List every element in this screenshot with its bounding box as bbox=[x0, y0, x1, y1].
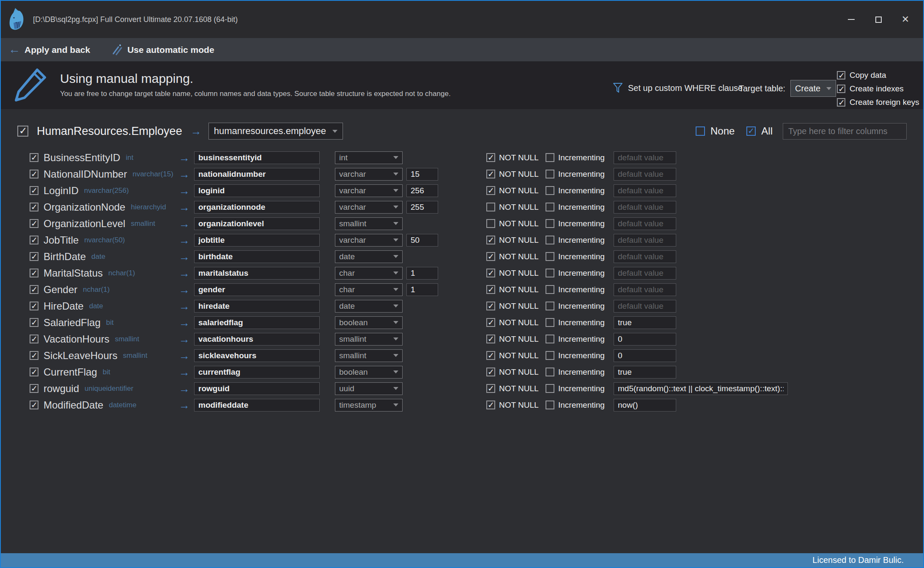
default-value-input[interactable] bbox=[614, 333, 676, 346]
default-value-input[interactable] bbox=[614, 250, 676, 263]
row-checkbox[interactable] bbox=[30, 368, 38, 376]
target-type-select[interactable]: varchar bbox=[335, 184, 403, 197]
close-button[interactable]: ✕ bbox=[892, 1, 919, 38]
incrementing-cell[interactable]: Incrementing bbox=[546, 219, 614, 228]
incrementing-checkbox[interactable] bbox=[546, 252, 554, 261]
minimize-button[interactable] bbox=[838, 1, 865, 38]
incrementing-checkbox[interactable] bbox=[546, 384, 554, 393]
set-up-where-clause-button[interactable]: Set up custom WHERE clause bbox=[613, 82, 743, 93]
copy-data-checkbox[interactable] bbox=[837, 71, 845, 80]
size-input[interactable] bbox=[406, 234, 438, 247]
default-value-input[interactable] bbox=[614, 366, 676, 379]
target-name-input[interactable] bbox=[194, 184, 320, 197]
target-type-select[interactable]: smallint bbox=[335, 349, 403, 362]
incrementing-checkbox[interactable] bbox=[546, 285, 554, 294]
notnull-checkbox[interactable] bbox=[486, 219, 495, 228]
default-value-input[interactable] bbox=[614, 349, 676, 362]
apply-and-back-button[interactable]: ← Apply and back bbox=[8, 44, 90, 55]
target-name-input[interactable] bbox=[194, 366, 320, 379]
row-checkbox[interactable] bbox=[30, 153, 38, 162]
default-value-input[interactable] bbox=[614, 300, 676, 313]
default-value-input[interactable] bbox=[614, 168, 676, 181]
incrementing-cell[interactable]: Incrementing bbox=[546, 269, 614, 278]
not-null-cell[interactable]: NOT NULL bbox=[486, 384, 546, 393]
size-input[interactable] bbox=[406, 184, 438, 197]
create-indexes-checkbox[interactable] bbox=[837, 85, 845, 93]
notnull-checkbox[interactable] bbox=[486, 351, 495, 360]
incrementing-checkbox[interactable] bbox=[546, 368, 554, 376]
target-table-select[interactable]: humanresources.employee bbox=[208, 123, 343, 140]
target-name-input[interactable] bbox=[194, 217, 320, 230]
target-name-input[interactable] bbox=[194, 399, 320, 412]
target-table-mode-select[interactable]: Create bbox=[790, 80, 836, 97]
not-null-cell[interactable]: NOT NULL bbox=[486, 170, 546, 179]
incrementing-checkbox[interactable] bbox=[546, 351, 554, 360]
incrementing-cell[interactable]: Incrementing bbox=[546, 285, 614, 294]
target-type-select[interactable]: varchar bbox=[335, 234, 403, 247]
default-value-input[interactable] bbox=[614, 316, 676, 329]
target-type-select[interactable]: varchar bbox=[335, 168, 403, 181]
notnull-checkbox[interactable] bbox=[486, 269, 495, 277]
incrementing-checkbox[interactable] bbox=[546, 170, 554, 178]
none-checkbox[interactable] bbox=[696, 126, 705, 136]
notnull-checkbox[interactable] bbox=[486, 318, 495, 327]
size-input[interactable] bbox=[406, 267, 438, 280]
incrementing-checkbox[interactable] bbox=[546, 219, 554, 228]
incrementing-cell[interactable]: Incrementing bbox=[546, 236, 614, 245]
incrementing-cell[interactable]: Incrementing bbox=[546, 252, 614, 261]
target-type-select[interactable]: date bbox=[335, 300, 403, 313]
target-type-select[interactable]: boolean bbox=[335, 316, 403, 329]
row-checkbox[interactable] bbox=[30, 335, 38, 343]
target-type-select[interactable]: timestamp bbox=[335, 399, 403, 412]
default-value-input[interactable] bbox=[614, 217, 676, 230]
row-checkbox[interactable] bbox=[30, 351, 38, 360]
notnull-checkbox[interactable] bbox=[486, 384, 495, 393]
not-null-cell[interactable]: NOT NULL bbox=[486, 203, 546, 212]
notnull-checkbox[interactable] bbox=[486, 203, 495, 211]
target-name-input[interactable] bbox=[194, 250, 320, 263]
not-null-cell[interactable]: NOT NULL bbox=[486, 351, 546, 360]
select-none-option[interactable]: None bbox=[696, 125, 735, 137]
table-checkbox[interactable] bbox=[17, 126, 28, 137]
default-value-input[interactable] bbox=[614, 151, 676, 164]
incrementing-cell[interactable]: Incrementing bbox=[546, 368, 614, 377]
default-value-input[interactable] bbox=[614, 267, 676, 280]
notnull-checkbox[interactable] bbox=[486, 170, 495, 178]
use-automatic-mode-button[interactable]: Use automatic mode bbox=[111, 44, 214, 56]
not-null-cell[interactable]: NOT NULL bbox=[486, 269, 546, 278]
incrementing-checkbox[interactable] bbox=[546, 302, 554, 310]
size-input[interactable] bbox=[406, 201, 438, 214]
all-checkbox[interactable] bbox=[746, 126, 756, 136]
row-checkbox[interactable] bbox=[30, 285, 38, 294]
not-null-cell[interactable]: NOT NULL bbox=[486, 186, 546, 195]
target-type-select[interactable]: int bbox=[335, 151, 403, 164]
target-type-select[interactable]: varchar bbox=[335, 201, 403, 214]
incrementing-checkbox[interactable] bbox=[546, 203, 554, 211]
incrementing-cell[interactable]: Incrementing bbox=[546, 318, 614, 327]
row-checkbox[interactable] bbox=[30, 219, 38, 228]
default-value-input[interactable] bbox=[614, 201, 676, 214]
not-null-cell[interactable]: NOT NULL bbox=[486, 285, 546, 294]
default-value-input[interactable] bbox=[614, 234, 676, 247]
incrementing-cell[interactable]: Incrementing bbox=[546, 203, 614, 212]
size-input[interactable] bbox=[406, 283, 438, 296]
target-name-input[interactable] bbox=[194, 333, 320, 346]
incrementing-cell[interactable]: Incrementing bbox=[546, 302, 614, 311]
not-null-cell[interactable]: NOT NULL bbox=[486, 368, 546, 377]
notnull-checkbox[interactable] bbox=[486, 368, 495, 376]
not-null-cell[interactable]: NOT NULL bbox=[486, 335, 546, 344]
not-null-cell[interactable]: NOT NULL bbox=[486, 252, 546, 261]
target-name-input[interactable] bbox=[194, 316, 320, 329]
incrementing-checkbox[interactable] bbox=[546, 153, 554, 162]
target-type-select[interactable]: uuid bbox=[335, 382, 403, 395]
row-checkbox[interactable] bbox=[30, 269, 38, 277]
row-checkbox[interactable] bbox=[30, 186, 38, 195]
notnull-checkbox[interactable] bbox=[486, 252, 495, 261]
target-name-input[interactable] bbox=[194, 300, 320, 313]
target-name-input[interactable] bbox=[194, 151, 320, 164]
not-null-cell[interactable]: NOT NULL bbox=[486, 401, 546, 410]
target-name-input[interactable] bbox=[194, 283, 320, 296]
notnull-checkbox[interactable] bbox=[486, 401, 495, 409]
target-name-input[interactable] bbox=[194, 201, 320, 214]
row-checkbox[interactable] bbox=[30, 318, 38, 327]
